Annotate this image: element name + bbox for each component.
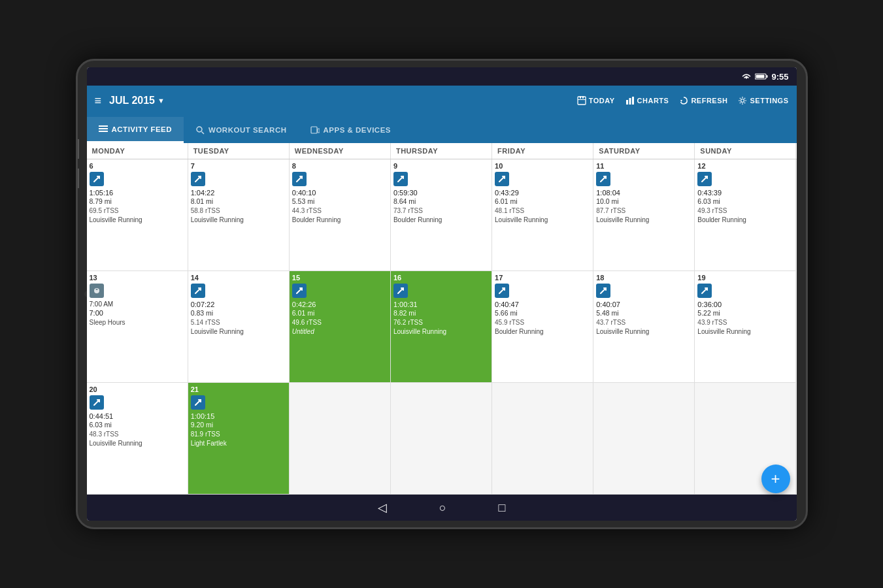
svg-rect-14 [99, 131, 108, 132]
tab-workout-search[interactable]: WORKOUT SEARCH [184, 117, 298, 143]
cell-distance: 8.82 mi [393, 309, 489, 318]
cell-day-number: 20 [90, 385, 185, 393]
cell-workout-label: Louisville Running [596, 328, 691, 335]
calendar-cell[interactable]: 90:59:308.64 mi73.7 rTSSBoulder Running [391, 159, 492, 271]
calendar-cell[interactable] [492, 383, 593, 495]
run-icon [191, 172, 205, 186]
cell-workout-label: Light Fartlek [191, 440, 286, 447]
top-nav: ≡ JUL 2015 ▼ TODAY CHARTS REFRESH [87, 86, 797, 116]
calendar-cell[interactable]: 200:44:516.03 mi48.3 rTSSLouisville Runn… [87, 383, 188, 495]
tab-activity-feed[interactable]: ACTIVITY FEED [87, 117, 184, 143]
svg-rect-4 [580, 96, 581, 99]
svg-rect-1 [767, 75, 768, 78]
cell-extra-text: 7:00 AM [90, 300, 185, 308]
cell-workout-label: Boulder Running [393, 216, 489, 223]
svg-rect-2 [756, 75, 765, 78]
cell-tss: 69.5 rTSS [90, 206, 185, 215]
cell-time: 0:07:22 [191, 300, 286, 309]
calendar-cell[interactable]: 100:43:296.01 mi48.1 rTSSLouisville Runn… [492, 159, 593, 271]
refresh-icon [679, 96, 688, 105]
cell-distance: 6.03 mi [90, 421, 185, 430]
svg-rect-18 [318, 129, 320, 133]
calendar-cell[interactable]: 170:40:475.66 mi45.9 rTSSBoulder Running [492, 271, 593, 383]
run-icon [596, 284, 610, 298]
cell-distance: 0.83 mi [191, 309, 286, 318]
run-icon [191, 395, 205, 410]
cell-workout-label: Sleep Hours [90, 319, 185, 326]
sleep-icon [90, 284, 104, 298]
status-time: 9:55 [771, 72, 788, 82]
cell-workout-label: Louisville Running [393, 328, 489, 335]
settings-button[interactable]: SETTINGS [738, 96, 788, 105]
run-icon [191, 284, 205, 298]
svg-rect-12 [99, 125, 108, 127]
refresh-button[interactable]: REFRESH [679, 96, 727, 105]
svg-rect-9 [632, 97, 634, 105]
cell-time: 1:00:31 [393, 300, 489, 309]
charts-icon [625, 96, 635, 105]
calendar-cell[interactable]: 111:08:0410.0 mi87.7 rTSSLouisville Runn… [593, 159, 695, 271]
today-button[interactable]: TODAY [577, 96, 615, 105]
calendar-cell[interactable] [290, 383, 391, 495]
search-icon [195, 125, 205, 135]
home-button[interactable]: ○ [439, 501, 446, 515]
calendar-cell[interactable] [593, 383, 695, 495]
svg-point-15 [197, 127, 202, 132]
cell-tss: 43.7 rTSS [596, 318, 691, 327]
fab-add-button[interactable]: + [761, 465, 790, 493]
cell-tss: 76.2 rTSS [393, 318, 489, 327]
day-header-tue: TUESDAY [188, 143, 290, 159]
tab-apps-devices[interactable]: APPS & DEVICES [299, 117, 403, 143]
cell-day-number: 10 [495, 162, 590, 170]
svg-rect-3 [578, 97, 586, 105]
run-icon [292, 284, 307, 298]
month-title[interactable]: JUL 2015 ▼ [109, 95, 165, 106]
device-icon [310, 125, 320, 135]
calendar-cell[interactable]: 190:36:005.22 mi43.9 rTSSLouisville Runn… [695, 271, 796, 383]
cell-tss: 49.3 rTSS [697, 206, 793, 215]
cell-day-number: 16 [393, 274, 489, 282]
cell-time: 1:08:04 [596, 188, 691, 197]
calendar-cell[interactable]: 180:40:075.48 mi43.7 rTSSLouisville Runn… [593, 271, 695, 383]
cell-day-number: 17 [495, 274, 590, 282]
run-icon [393, 172, 408, 186]
calendar-cell[interactable]: 71:04:228.01 mi58.8 rTSSLouisville Runni… [188, 159, 290, 271]
calendar-cell[interactable]: 150:42:266.01 mi49.6 rTSSUntitled [290, 271, 391, 383]
calendar-cell[interactable]: 161:00:318.82 mi76.2 rTSSLouisville Runn… [391, 271, 492, 383]
recent-button[interactable]: □ [499, 501, 506, 515]
charts-button[interactable]: CHARTS [625, 96, 669, 105]
tab-bar: ACTIVITY FEED WORKOUT SEARCH APPS & DEVI… [87, 116, 797, 143]
svg-rect-13 [99, 128, 108, 129]
cell-day-number: 19 [697, 274, 793, 282]
calendar-cell[interactable]: 61:05:168.79 mi69.5 rTSSLouisville Runni… [87, 159, 188, 271]
cell-tss: 44.3 rTSS [292, 206, 388, 215]
run-icon [697, 284, 712, 298]
hamburger-menu[interactable]: ≡ [95, 94, 102, 108]
cell-day-number: 11 [596, 162, 691, 170]
calendar-cell[interactable]: 211:00:159.20 mi81.9 rTSSLight Fartlek [188, 383, 290, 495]
list-icon [99, 125, 108, 133]
cell-workout-label: Louisville Running [697, 328, 793, 335]
svg-line-16 [202, 132, 205, 135]
cell-distance: 6.01 mi [495, 197, 590, 206]
back-button[interactable]: ◁ [378, 500, 387, 515]
cell-workout-label: Louisville Running [191, 216, 286, 223]
bottom-nav: ◁ ○ □ [87, 495, 797, 521]
battery-icon [755, 73, 768, 80]
run-icon [393, 284, 408, 298]
calendar-cell[interactable]: 137:00 AM7:00Sleep Hours [87, 271, 188, 383]
cell-day-number: 7 [191, 162, 286, 170]
calendar-cell[interactable] [391, 383, 492, 495]
calendar-cell[interactable]: 120:43:396.03 mi49.3 rTSSBoulder Running [695, 159, 796, 271]
cell-tss: 5.14 rTSS [191, 318, 286, 327]
cell-distance: 5.53 mi [292, 197, 388, 206]
cell-workout-label: Untitled [292, 328, 388, 335]
wifi-icon [741, 72, 752, 81]
day-header-wed: WEDNESDAY [290, 143, 391, 159]
cell-workout-label: Boulder Running [292, 216, 388, 223]
calendar-cell[interactable]: 140:07:220.83 mi5.14 rTSSLouisville Runn… [188, 271, 290, 383]
svg-rect-5 [582, 96, 584, 99]
calendar-cell[interactable]: 80:40:105.53 mi44.3 rTSSBoulder Running [290, 159, 391, 271]
cell-workout-label: Louisville Running [90, 440, 185, 447]
cell-distance: 5.48 mi [596, 309, 691, 318]
